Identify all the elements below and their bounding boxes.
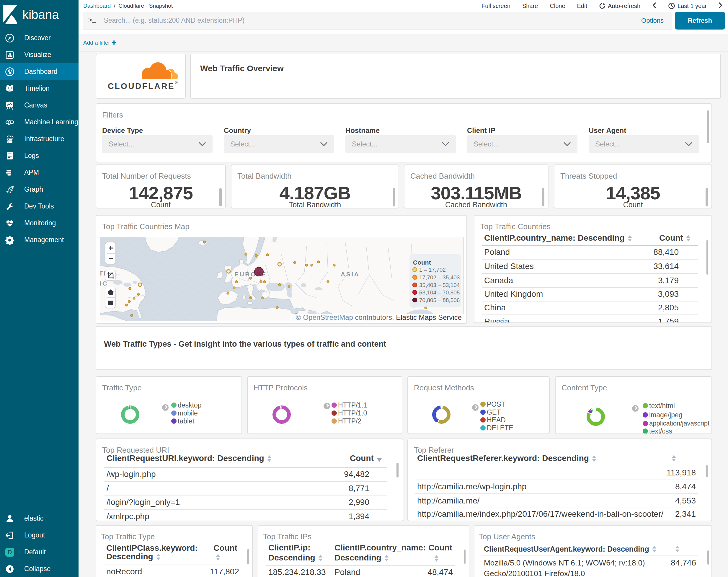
svg-text:1 – 17,702: 1 – 17,702 (419, 267, 446, 273)
svg-text:53,104 – 70,805: 53,104 – 70,805 (419, 290, 460, 296)
svg-text:Count: Count (413, 259, 431, 266)
svg-text:70,805 – 88,506: 70,805 – 88,506 (419, 297, 460, 303)
svg-text:D: D (8, 549, 12, 555)
svg-text:35,403 – 53,104: 35,403 – 53,104 (419, 282, 460, 288)
svg-text:ASIA: ASIA (341, 271, 360, 278)
svg-text:CLOUDFLARE: CLOUDFLARE (108, 81, 175, 91)
svg-text:17,702 – 35,403: 17,702 – 35,403 (419, 274, 460, 280)
svg-text:ATLANTIC: ATLANTIC (100, 280, 108, 287)
svg-text:kibana: kibana (22, 8, 59, 22)
svg-text:®: ® (175, 80, 178, 85)
svg-text:© OpenStreetMap contributors,: © OpenStreetMap contributors, Elastic Ma… (296, 313, 462, 321)
